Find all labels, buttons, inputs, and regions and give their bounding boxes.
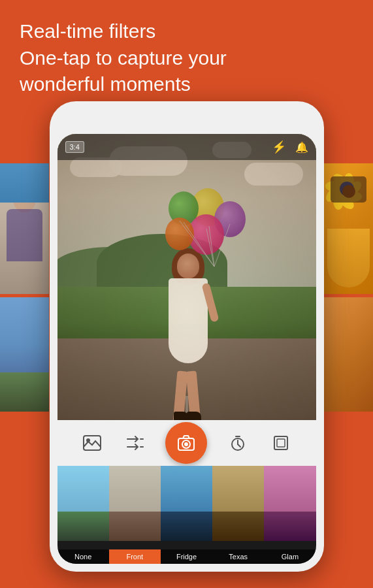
capture-button[interactable]: [165, 422, 207, 464]
square-icon: [272, 434, 289, 451]
flash-icon[interactable]: ⚡: [272, 140, 286, 154]
shuffle-button[interactable]: [122, 430, 148, 456]
bottom-controls: None Front: [57, 420, 316, 564]
filter-none-thumb: [57, 466, 109, 541]
filter-front[interactable]: Front: [109, 466, 161, 564]
svg-point-9: [184, 442, 188, 446]
filter-front-thumb: [109, 466, 161, 541]
svg-rect-14: [274, 436, 287, 449]
timer-button[interactable]: [225, 430, 251, 456]
capture-camera-icon: [177, 434, 195, 452]
timer-icon: [229, 434, 246, 451]
filter-texas[interactable]: Texas: [212, 466, 264, 564]
aspect-button[interactable]: [268, 430, 294, 456]
filter-front-label: Front: [109, 549, 161, 564]
filter-fridge-label: Fridge: [161, 549, 212, 564]
headline-line1: Real-time filters: [20, 20, 155, 42]
headline-line3: wonderful moments: [20, 73, 191, 95]
gallery-button[interactable]: [79, 430, 105, 456]
filter-strip: None Front: [57, 466, 316, 564]
side-preview-right: [324, 163, 373, 412]
filter-glam-label: Glam: [264, 549, 316, 564]
shuffle-icon: [126, 435, 144, 451]
camera-top-bar: 3:4 ⚡ 🔔: [57, 134, 316, 160]
filter-texas-label: Texas: [212, 549, 264, 564]
filter-glam-thumb: [264, 466, 316, 541]
phone-device: 3:4 ⚡ 🔔: [50, 101, 324, 572]
svg-line-12: [238, 444, 240, 447]
phone-screen: 3:4 ⚡ 🔔: [57, 134, 316, 564]
control-bar: [57, 420, 316, 466]
filter-fridge[interactable]: Fridge: [161, 466, 212, 564]
gallery-icon: [83, 435, 101, 451]
notification-icon[interactable]: 🔔: [295, 141, 308, 154]
headline-line2: One-tap to capture your: [20, 47, 227, 69]
svg-rect-15: [277, 439, 285, 447]
filter-none-label: None: [57, 549, 109, 564]
side-preview-left: [0, 163, 49, 412]
filter-glam[interactable]: Glam: [264, 466, 316, 564]
filter-fridge-thumb: [161, 466, 212, 541]
filter-none[interactable]: None: [57, 466, 109, 564]
right-camera-thumb: [324, 297, 373, 412]
svg-rect-5: [84, 436, 101, 450]
left-scene-thumb: [0, 297, 49, 412]
top-icons: ⚡ 🔔: [272, 140, 308, 154]
filter-texas-thumb: [212, 466, 264, 541]
headline: Real-time filters One-tap to capture you…: [20, 18, 353, 98]
phone-body: 3:4 ⚡ 🔔: [50, 101, 324, 572]
ratio-badge[interactable]: 3:4: [65, 141, 84, 153]
